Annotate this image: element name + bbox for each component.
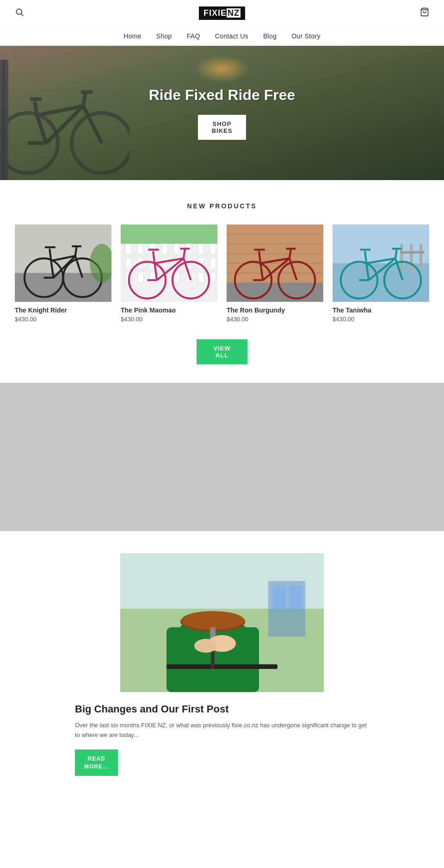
product-card-pink-maomao[interactable]: The Pink Maomao $430.00: [121, 225, 217, 323]
blog-title: Big Changes and Our First Post: [75, 703, 369, 715]
product-price-4: $430.00: [333, 316, 429, 323]
svg-rect-79: [419, 244, 422, 273]
hero-bike-silhouette: [0, 60, 130, 180]
nav-item-blog[interactable]: Blog: [263, 32, 277, 40]
svg-point-104: [181, 611, 244, 630]
svg-point-0: [16, 9, 22, 14]
cart-icon[interactable]: [420, 7, 429, 19]
site-logo[interactable]: FIXIENZ: [199, 6, 245, 20]
product-name-1: The Knight Rider: [15, 306, 111, 314]
nav-item-our-story[interactable]: Our Story: [291, 32, 321, 40]
nav-item-faq[interactable]: FAQ: [187, 32, 200, 40]
product-image-3: [227, 225, 323, 302]
svg-rect-80: [400, 251, 424, 253]
product-image-1: [15, 225, 111, 302]
svg-rect-75: [333, 225, 429, 263]
svg-rect-101: [166, 664, 278, 669]
svg-rect-15: [2, 60, 5, 180]
products-grid: The Knight Rider $430.00: [15, 225, 429, 323]
product-card-knight-rider[interactable]: The Knight Rider $430.00: [15, 225, 111, 323]
products-section-title: NEW PRODUCTS: [15, 202, 429, 210]
hero-sunset-decoration: [194, 55, 250, 83]
blog-image: [120, 553, 324, 692]
products-section: NEW PRODUCTS: [0, 180, 444, 383]
search-icon[interactable]: [15, 7, 24, 19]
shop-bikes-button[interactable]: SHOPBIKES: [198, 115, 247, 140]
svg-rect-97: [273, 586, 286, 609]
svg-rect-78: [410, 244, 413, 273]
product-name-2: The Pink Maomao: [121, 306, 217, 314]
read-more-button[interactable]: READMORE...: [75, 749, 118, 776]
product-card-ron-burgundy[interactable]: The Ron Burgundy $430.00: [227, 225, 323, 323]
product-image-2: [121, 225, 217, 302]
product-name-3: The Ron Burgundy: [227, 306, 323, 314]
svg-point-107: [194, 639, 217, 653]
nav-item-home[interactable]: Home: [123, 32, 142, 40]
svg-line-1: [21, 14, 24, 16]
svg-rect-92: [0, 383, 444, 531]
nav-item-contact[interactable]: Contact Us: [215, 32, 248, 40]
product-price-2: $430.00: [121, 316, 217, 323]
product-price-1: $430.00: [15, 316, 111, 323]
svg-rect-41: [210, 244, 216, 283]
product-name-4: The Taniwha: [333, 306, 429, 314]
site-header: FIXIENZ: [0, 0, 444, 27]
svg-rect-42: [121, 254, 217, 258]
product-price-3: $430.00: [227, 316, 323, 323]
hero-section: Ride Fixed Ride Free SHOPBIKES: [0, 46, 444, 180]
main-nav: Home Shop FAQ Contact Us Blog Our Story: [0, 27, 444, 46]
nav-item-shop[interactable]: Shop: [156, 32, 172, 40]
svg-rect-57: [227, 282, 323, 302]
svg-line-10: [83, 92, 86, 106]
blog-excerpt: Over the last six months FIXIE NZ, or wh…: [75, 721, 369, 740]
svg-line-12: [35, 101, 37, 115]
view-all-button[interactable]: VIEWALL: [197, 339, 247, 364]
blog-section: Big Changes and Our First Post Over the …: [60, 531, 384, 798]
svg-rect-98: [289, 586, 302, 609]
product-card-taniwha[interactable]: The Taniwha $430.00: [333, 225, 429, 323]
hero-title: Ride Fixed Ride Free: [149, 87, 296, 104]
product-image-4: [333, 225, 429, 302]
middle-banner: [0, 383, 444, 531]
svg-rect-33: [121, 225, 217, 244]
